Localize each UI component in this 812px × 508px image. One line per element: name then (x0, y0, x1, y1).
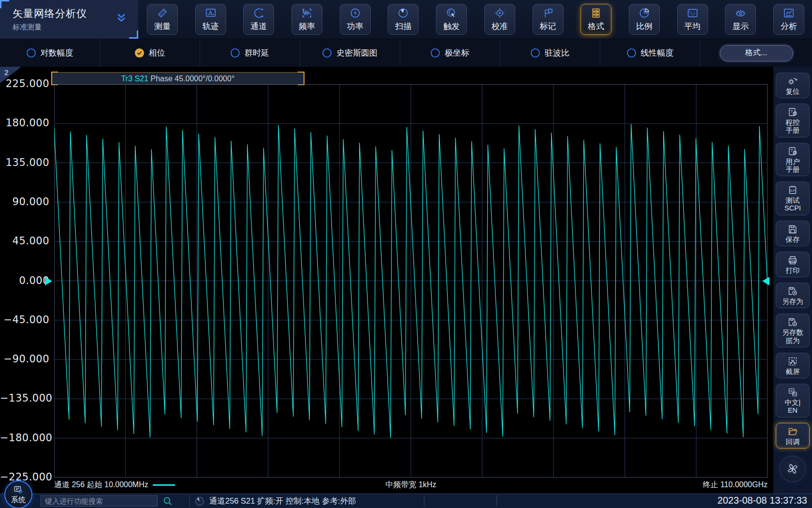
y-axis-tick-label: −45.000 (0, 314, 49, 326)
toolbar-button-label: 通道 (250, 21, 267, 32)
reference-marker-right (762, 277, 769, 285)
toolbar-button-power[interactable]: 功率 (340, 4, 371, 35)
toolbar-button-display[interactable]: 显示 (725, 4, 756, 35)
format-option-smith-chart[interactable]: 史密斯圆图 (300, 39, 400, 67)
toolbar-button-measure[interactable]: 测量 (147, 4, 178, 35)
divider (496, 495, 497, 507)
status-bar: 系统 通道256 S21 扩频:开 控制:本地 参考:外部 2023-08-08… (0, 493, 812, 508)
y-axis-tick-label: 135.000 (0, 157, 49, 168)
channel-status-text: 通道256 S21 扩频:开 控制:本地 参考:外部 (209, 496, 356, 507)
system-button[interactable]: 系统 (4, 480, 32, 508)
language-toggle-icon: 中En (787, 387, 798, 398)
trace-title-bar[interactable]: Tr3 S21 Phase 45.0000°/0.0000° (52, 72, 304, 85)
sweep-status-icon (194, 495, 205, 507)
scpi-test-icon: SCPI (787, 184, 798, 196)
format-option-swr[interactable]: 驻波比 (500, 39, 600, 67)
sidebar-button-screenshot[interactable]: 截屏 (776, 353, 810, 378)
chevron-double-down-icon[interactable] (114, 11, 129, 25)
channel-info-row: 通道 256 起始 10.0000MHz 中频带宽 1kHz 终止 110.00… (54, 479, 768, 491)
toolbar-button-channel[interactable]: 通道 (243, 4, 274, 35)
toolbar-button-format[interactable]: 格式 (580, 4, 611, 35)
radio-icon (531, 48, 540, 58)
toolbar-button-trigger[interactable]: 触发 (436, 4, 467, 35)
format-option-group-delay[interactable]: 群时延 (200, 39, 300, 67)
y-axis-tick-label: −180.000 (0, 432, 49, 444)
y-axis-tick-label: 180.000 (0, 117, 49, 129)
format-option-label: 史密斯圆图 (336, 47, 377, 59)
system-label: 系统 (11, 495, 26, 505)
if-bandwidth-label: 中频带宽 1kHz (54, 480, 768, 490)
screenshot-scissors-icon (787, 356, 798, 367)
toolbar-button-label: 标记 (540, 21, 556, 32)
marker-flag-icon (542, 7, 554, 19)
format-option-label: 相位 (149, 47, 165, 59)
sidebar-button-save[interactable]: 保存 (776, 221, 810, 246)
format-option-label: 群时延 (245, 47, 269, 59)
radio-checked-icon (135, 48, 144, 58)
toolbar-button-average[interactable]: 平均 (677, 4, 708, 35)
sidebar-button-print[interactable]: 打印 (776, 252, 810, 277)
sidebar-button-language-toggle[interactable]: 中En 中文|EN (776, 384, 810, 417)
power-bolt-icon (349, 7, 362, 19)
toolbar-button-label: 频率 (299, 21, 315, 32)
toolbar-button-marker[interactable]: 标记 (533, 4, 564, 35)
phase-chart: 2 Tr3 S21 Phase 45.0000°/0.0000° 225.000… (0, 67, 773, 493)
y-axis-tick-label: 0.000 (0, 275, 49, 286)
channel-icon (252, 7, 265, 19)
window-number: 2 (4, 68, 8, 76)
amber-bracket-icon (51, 72, 58, 85)
format-option-log-magnitude[interactable]: 对数幅度 (0, 39, 100, 67)
format-option-polar[interactable]: 极坐标 (400, 39, 500, 67)
save-floppy-icon (787, 224, 798, 235)
save-data-as-icon (787, 316, 798, 328)
svg-text:P: P (794, 112, 796, 115)
trigger-cursor-icon (445, 7, 458, 19)
y-axis-tick-label: −90.000 (0, 353, 49, 365)
sidebar-button-user-manual[interactable]: ?H 用户手册 (776, 143, 810, 176)
reference-marker-left (45, 277, 52, 285)
reset-gears-icon (787, 75, 798, 87)
toolbar-button-label: 显示 (732, 21, 749, 32)
format-option-phase[interactable]: 相位 (100, 39, 200, 67)
user-manual-icon: ?H (787, 146, 798, 157)
toolbar-button-label: 分析 (781, 21, 797, 32)
sweep-radar-icon (397, 7, 409, 19)
instrument-panel[interactable]: 矢量网络分析仪 标准测量 (0, 0, 138, 39)
print-icon (787, 254, 798, 266)
toolbar-button-frequency[interactable]: 频率 (291, 4, 322, 35)
format-option-linear-magnitude[interactable]: 线性幅度 (600, 39, 700, 67)
toolbar-button-calibration[interactable]: 校准 (484, 4, 515, 35)
format-options-row: 对数幅度 相位 群时延 史密斯圆图 极坐标 驻波比 线性幅度 格式... (0, 39, 812, 67)
sidebar-button-save-data-as[interactable]: 另存数据为 (776, 314, 810, 347)
save-as-icon (787, 285, 798, 297)
format-option-label: 极坐标 (445, 47, 469, 59)
display-eye-icon (734, 7, 747, 19)
y-axis-tick-label: 90.000 (0, 196, 49, 208)
divider (189, 495, 190, 507)
toolbar-button-trace[interactable]: 轨迹 (195, 4, 226, 35)
sidebar-button-programming-manual[interactable]: ?P 程控手册 (776, 104, 810, 137)
search-icon[interactable] (162, 495, 174, 507)
recall-folder-icon (787, 426, 798, 437)
y-axis-tick-label: −225.000 (0, 471, 49, 483)
toolbar-button-label: 触发 (443, 21, 460, 32)
toolbar-button-label: 测量 (154, 21, 171, 32)
toolbar-button-label: 比例 (636, 21, 652, 32)
divider (424, 495, 424, 507)
radio-icon (231, 48, 240, 58)
search-input[interactable] (41, 496, 157, 506)
nav-wheel-button[interactable] (780, 456, 806, 482)
svg-text:?: ? (790, 148, 793, 152)
format-more-button[interactable]: 格式... (720, 45, 793, 61)
sidebar-button-recall[interactable]: 回调 (776, 423, 810, 448)
format-option-label: 对数幅度 (41, 47, 73, 59)
sidebar-button-save-as[interactable]: 另存为 (776, 283, 810, 308)
sidebar-button-reset[interactable]: 复位 (776, 73, 810, 98)
toolbar-button-scale[interactable]: 比例 (629, 4, 660, 35)
y-axis-tick-label: −135.000 (0, 392, 49, 404)
toolbar-button-sweep[interactable]: 扫描 (388, 4, 419, 35)
toolbar-button-analysis[interactable]: 分析 (773, 4, 804, 35)
programming-manual-icon: ?P (787, 106, 798, 118)
trace-waveform-icon (204, 7, 217, 19)
sidebar-button-scpi-test[interactable]: SCPI 测试SCPI (776, 181, 810, 215)
